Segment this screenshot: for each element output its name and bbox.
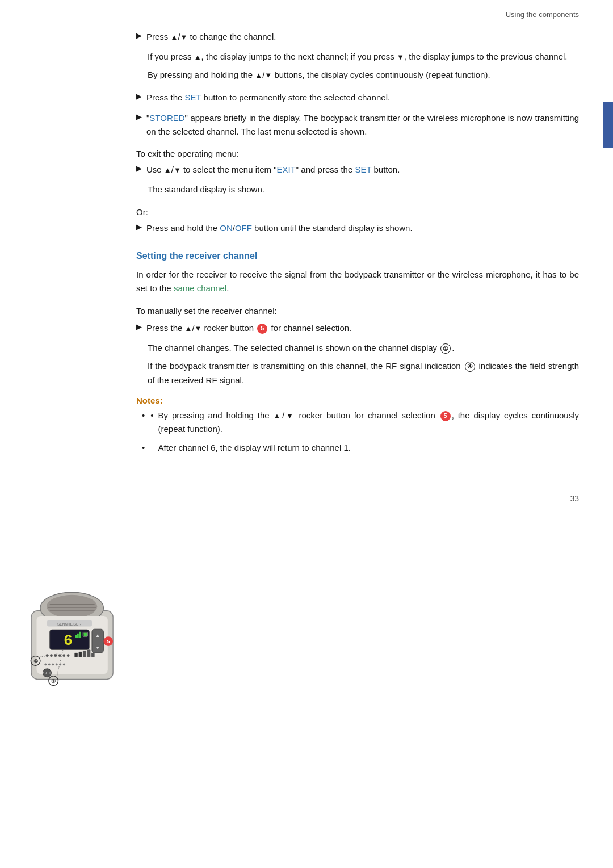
circle-4: ④ — [465, 362, 475, 372]
set-link-2: SET — [355, 165, 371, 174]
bullet-text-2: Press the SET button to permanently stor… — [146, 91, 390, 104]
svg-rect-15 — [77, 634, 79, 638]
bullet-text-3: "STORED" appears briefly in the display.… — [146, 111, 579, 139]
bullet-text-5: Press and hold the ON/OFF button until t… — [146, 221, 413, 235]
bullet-item-2: ▶ Press the SET button to permanently st… — [136, 91, 579, 104]
svg-text:5: 5 — [107, 639, 110, 644]
svg-point-21 — [62, 654, 65, 657]
bullet-arrow-6: ▶ — [136, 322, 142, 331]
page-footer: 33 — [0, 483, 613, 514]
bullet-item-4: ▶ Use ▲/▼ to select the menu item "EXIT"… — [136, 163, 579, 177]
svg-rect-26 — [87, 649, 91, 657]
bullet-text-1: Press ▲/▼ to change the channel. — [146, 30, 276, 44]
notes-list: • By pressing and holding the ▲/▼ rocker… — [142, 409, 579, 455]
svg-rect-25 — [83, 651, 86, 657]
sub-text-6a: The channel changes. The selected channe… — [148, 341, 579, 355]
circle-1: ① — [440, 343, 451, 354]
svg-point-2 — [47, 595, 97, 618]
notes-item-1: • By pressing and holding the ▲/▼ rocker… — [142, 409, 579, 437]
set-link-1: SET — [185, 93, 201, 102]
svg-point-29 — [48, 664, 51, 666]
bullet-item-1: ▶ Press ▲/▼ to change the channel. — [136, 30, 579, 44]
sub-text-1b: By pressing and holding the ▲/▼ buttons,… — [148, 68, 579, 82]
or-label: Or: — [136, 207, 579, 217]
sub-text-6b: If the bodypack transmitter is transmitt… — [148, 359, 579, 388]
svg-text:SENNHEISER: SENNHEISER — [57, 622, 82, 626]
svg-point-28 — [44, 664, 47, 666]
notes-heading: Notes: — [136, 396, 579, 405]
svg-text:▲: ▲ — [95, 632, 100, 638]
svg-point-18 — [50, 654, 53, 657]
receiver-svg: SENNHEISER 6 SET — [17, 579, 122, 690]
sub-text-4: The standard display is shown. — [148, 182, 579, 197]
page-number: 33 — [570, 494, 579, 503]
stored-link: STORED — [149, 113, 184, 123]
bullet-arrow-1: ▶ — [136, 31, 142, 40]
svg-rect-23 — [74, 653, 78, 657]
svg-point-30 — [52, 664, 54, 666]
svg-point-31 — [56, 664, 58, 666]
notes-item-2: • After channel 6, the display will retu… — [142, 441, 579, 455]
svg-point-22 — [67, 654, 70, 657]
main-content: ▶ Press ▲/▼ to change the channel. If yo… — [0, 24, 613, 483]
svg-text:①: ① — [51, 678, 56, 684]
device-image-area: SENNHEISER 6 SET — [17, 579, 131, 704]
svg-rect-24 — [79, 652, 82, 657]
svg-rect-14 — [75, 635, 77, 638]
exit-label: To exit the operating menu: — [136, 149, 579, 158]
svg-text:6: 6 — [64, 631, 72, 648]
manual-label: To manually set the receiver channel: — [136, 306, 579, 316]
svg-text:④: ④ — [33, 659, 38, 664]
svg-text:▼: ▼ — [95, 645, 100, 651]
bullet-text-6: Press the ▲/▼ rocker button 5 for channe… — [146, 321, 351, 335]
notes-bullet-1: • — [150, 409, 153, 423]
section-heading: Setting the receiver channel — [136, 251, 579, 261]
header-text: Using the components — [506, 10, 579, 19]
circle-5: 5 — [257, 324, 267, 334]
circle-5-note: 5 — [440, 411, 451, 421]
bullet-arrow-3: ▶ — [136, 112, 142, 121]
svg-point-20 — [58, 654, 61, 657]
svg-text:SET: SET — [43, 670, 52, 676]
notes-text-1: By pressing and holding the ▲/▼ rocker b… — [158, 409, 579, 437]
svg-rect-27 — [91, 653, 95, 657]
svg-rect-13 — [84, 633, 87, 636]
svg-point-33 — [63, 664, 65, 666]
bullet-arrow-5: ▶ — [136, 223, 142, 231]
page-header: Using the components — [0, 0, 613, 24]
bullet-item-3: ▶ "STORED" appears briefly in the displa… — [136, 111, 579, 139]
bullet-text-4: Use ▲/▼ to select the menu item "EXIT" a… — [146, 163, 400, 177]
bullet-arrow-2: ▶ — [136, 92, 142, 100]
section-tab — [603, 102, 613, 148]
bullet-item-6: ▶ Press the ▲/▼ rocker button 5 for chan… — [136, 321, 579, 335]
same-channel-link: same channel — [174, 283, 226, 293]
sub-text-1a: If you press ▲, the display jumps to the… — [148, 49, 579, 64]
intro-text: In order for the receiver to receive the… — [136, 268, 579, 296]
on-link: ON — [220, 223, 233, 233]
bullet-item-5: ▶ Press and hold the ON/OFF button until… — [136, 221, 579, 235]
off-link: OFF — [235, 223, 252, 233]
notes-text-2: After channel 6, the display will return… — [158, 441, 351, 455]
bullet-section-1: ▶ Press ▲/▼ to change the channel. If yo… — [136, 30, 579, 82]
bullet-arrow-4: ▶ — [136, 164, 142, 173]
svg-rect-16 — [79, 632, 81, 638]
exit-link: EXIT — [277, 165, 296, 174]
